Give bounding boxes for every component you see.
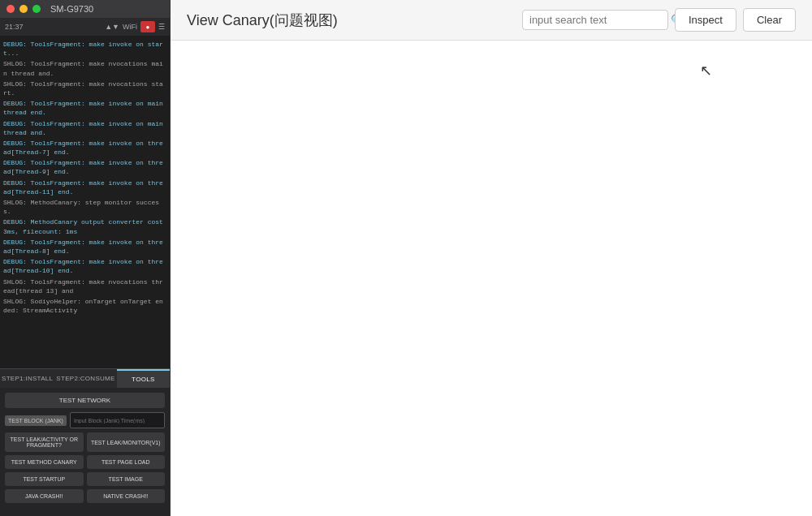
log-line: SHLOG: ToolsFragment: make nvocations ma… [3, 58, 166, 78]
device-name: SM-G9730 [50, 4, 93, 14]
tab-step2-consume[interactable]: STEP2:CONSUME [54, 369, 116, 388]
tool-btn-native-crash--[interactable]: NATIVE CRASH!! [87, 489, 166, 503]
top-bar: View Canary(问题视图) 🔍 Inspect Clear [171, 0, 812, 41]
tab-step1-install[interactable]: STEP1:INSTALL [0, 369, 54, 388]
close-icon[interactable] [6, 5, 15, 13]
phone-simulator: SM-G9730 21:37 ▲▼ WiFi ● ☰ DEBUG: ToolsF… [0, 0, 171, 516]
clear-button[interactable]: Clear [743, 8, 796, 32]
tool-btn-test-leak-activity-or-fragment-[interactable]: TEST LEAK/ACTIVITY OR FRAGMENT? [5, 432, 84, 452]
status-time: 21:37 [5, 23, 24, 31]
status-icons: ▲▼ WiFi ● ☰ [105, 21, 165, 32]
log-line: DEBUG: ToolsFragment: make invoke on mai… [3, 98, 166, 118]
tab-tools[interactable]: TOOLS [117, 369, 170, 388]
top-bar-actions: 🔍 Inspect Clear [522, 8, 796, 32]
cursor: ↖ [700, 62, 712, 80]
log-line: SHLOG: MethodCanary: step monitor succes… [3, 197, 166, 217]
log-line: DEBUG: ToolsFragment: make invoke on mai… [3, 118, 166, 138]
log-line: DEBUG: ToolsFragment: make invoke on thr… [3, 256, 166, 276]
log-area: DEBUG: ToolsFragment: make invoke on sta… [0, 36, 170, 368]
tool-btn-test-image[interactable]: TEST IMAGE [87, 472, 166, 486]
search-input[interactable] [529, 14, 666, 26]
wifi-icon: WiFi [123, 23, 137, 31]
minimize-icon[interactable] [19, 5, 28, 13]
inspect-button[interactable]: Inspect [675, 8, 736, 32]
tool-btn-test-startup[interactable]: TEST STARTUP [5, 472, 84, 486]
log-line: DEBUG: ToolsFragment: make invoke on thr… [3, 237, 166, 256]
tool-btn-test-page-load[interactable]: TEST PAGE LOAD [87, 455, 166, 469]
block-leak-label: TEST BLOCK (JANK) [5, 415, 67, 426]
search-box[interactable]: 🔍 [522, 10, 668, 30]
maximize-icon[interactable] [32, 5, 41, 13]
log-line: DEBUG: MethodCanary output converter cos… [3, 217, 166, 236]
block-input-row: TEST BLOCK (JANK) [5, 412, 165, 428]
log-line: DEBUG: ToolsFragment: make invoke on thr… [3, 138, 166, 157]
right-panel: View Canary(问题视图) 🔍 Inspect Clear ↖ [171, 0, 812, 516]
tools-panel: TEST NETWORK TEST BLOCK (JANK) TEST LEAK… [0, 388, 170, 508]
log-line: DEBUG: ToolsFragment: make invoke on sta… [3, 39, 166, 58]
tool-btn-java-crash--[interactable]: JAVA CRASH!! [5, 489, 84, 503]
log-line: DEBUG: ToolsFragment: make invoke on thr… [3, 178, 166, 197]
tool-btn-test-method-canary[interactable]: TEST METHOD CANARY [5, 455, 84, 469]
bottom-spacer [0, 508, 170, 516]
signal-icon: ▲▼ [105, 23, 119, 31]
block-input[interactable] [70, 412, 165, 428]
tabs-row: STEP1:INSTALLSTEP2:CONSUMETOOLS [0, 368, 170, 388]
log-line: SHLOG: ToolsFragment: make nvocations th… [3, 277, 166, 296]
title-bar: SM-G9730 [0, 0, 170, 18]
log-line: SHLOG: ToolsFragment: make nvocations st… [3, 79, 166, 98]
main-content: ↖ [171, 41, 812, 516]
phone-status-bar: 21:37 ▲▼ WiFi ● ☰ [0, 18, 170, 36]
tool-btn-test-leak-monitor-v1-[interactable]: TEST LEAK/MONITOR(V1) [87, 432, 166, 452]
record-button[interactable]: ● [140, 21, 155, 32]
menu-icon[interactable]: ☰ [158, 23, 165, 31]
page-title: View Canary(问题视图) [187, 11, 338, 30]
log-line: SHLOG: SodiyoHelper: onTarget onTarget e… [3, 296, 166, 316]
log-line: DEBUG: ToolsFragment: make invoke on thr… [3, 157, 166, 177]
tool-buttons-grid: TEST LEAK/ACTIVITY OR FRAGMENT?TEST LEAK… [5, 432, 165, 503]
test-network-button[interactable]: TEST NETWORK [5, 393, 165, 408]
